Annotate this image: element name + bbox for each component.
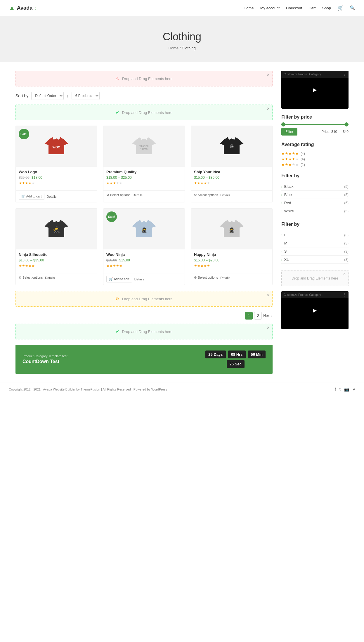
warning-icon: ⚠ <box>115 76 119 81</box>
sidebar-video-2[interactable]: Customize Product Category... ⋮ ▶ <box>281 291 349 329</box>
price-slider-track[interactable] <box>281 124 349 125</box>
price-filter-button[interactable]: Filter <box>281 128 297 136</box>
products-grid: Sale! WOO Woo Logo $20.00 $18.00 ★★★★★ 🛒 <box>15 126 273 285</box>
filter-item-red[interactable]: › Red (5) <box>281 199 349 207</box>
filters-row: Sort by Default Order ↓ 6 Products <box>15 92 273 100</box>
price-1: $18.00 <box>32 176 42 180</box>
drop-zone-1-close[interactable]: ✕ <box>267 73 270 77</box>
logo[interactable]: ▲ Avada: <box>9 4 36 12</box>
breadcrumb: Home / Clothing <box>6 46 358 50</box>
price-6: $15.00 – $20.00 <box>194 258 219 262</box>
facebook-icon[interactable]: f <box>335 387 336 392</box>
filter-item-l[interactable]: › L (3) <box>281 231 349 239</box>
price-slider-thumb-right[interactable] <box>344 122 349 126</box>
page-1-btn[interactable]: 1 <box>245 312 253 320</box>
stars-4: ★★★★★ <box>19 264 94 268</box>
product-price-6: $15.00 – $20.00 <box>194 258 269 262</box>
sort-select[interactable]: Default Order <box>31 92 64 100</box>
chevron-icon-s: › <box>281 250 282 253</box>
sidebar-drop-zone-close[interactable]: ✕ <box>343 272 346 276</box>
rating-row-3[interactable]: ★★★★★ (1) <box>281 162 349 167</box>
sort-arrow[interactable]: ↓ <box>67 94 69 98</box>
nav-home[interactable]: Home <box>244 6 254 10</box>
product-price-4: $18.00 – $35.00 <box>19 258 94 262</box>
filter-count-white: (5) <box>344 209 349 213</box>
details-btn-3[interactable]: Details <box>220 193 230 197</box>
product-img-woo-logo: Sale! WOO <box>16 126 97 167</box>
drop-zone-4-close[interactable]: ✕ <box>267 326 270 330</box>
filter-item-black[interactable]: › Black (5) <box>281 183 349 191</box>
chevron-icon-black: › <box>281 185 282 188</box>
product-card-woo-logo: Sale! WOO Woo Logo $20.00 $18.00 ★★★★★ 🛒 <box>15 126 97 202</box>
stars-1: ★★★★★ <box>19 181 94 185</box>
add-to-cart-btn-1[interactable]: 🛒 Add to cart <box>19 193 44 200</box>
sort-label: Sort by <box>15 93 28 98</box>
filter-count-l: (3) <box>344 233 349 237</box>
page-2-btn[interactable]: 2 <box>254 312 262 320</box>
countdown-title: CountDown Test <box>22 359 200 364</box>
price-4: $18.00 – $35.00 <box>19 258 44 262</box>
select-btn-2[interactable]: ⚙ Select options <box>106 193 130 197</box>
drop-zone-3-close[interactable]: ✕ <box>267 293 270 297</box>
cart-icon[interactable]: 🛒 <box>337 5 343 11</box>
chevron-icon-white: › <box>281 209 282 213</box>
twitter-icon[interactable]: t <box>339 387 341 392</box>
price-min: $10 <box>331 130 337 134</box>
drop-zone-2[interactable]: ✕ ✔ Drop and Drag Elements here <box>15 105 273 120</box>
add-to-cart-btn-5[interactable]: 🛒 Add to cart <box>106 276 132 282</box>
drop-zone-3[interactable]: ✕ ⚙ Drop and Drag Elements here <box>15 291 273 307</box>
filter-label-l: L <box>284 233 286 237</box>
svg-text:🥷: 🥷 <box>53 226 60 233</box>
instagram-icon[interactable]: 📷 <box>344 387 349 392</box>
svg-text:🥷: 🥷 <box>141 227 147 233</box>
product-name-3: Ship Your Idea <box>194 170 269 174</box>
product-name-2: Premium Quality <box>106 170 182 174</box>
nav-cart[interactable]: Cart <box>308 6 316 10</box>
details-btn-4[interactable]: Details <box>45 276 55 280</box>
nav-my-account[interactable]: My account <box>260 6 280 10</box>
select-btn-3[interactable]: ⚙ Select options <box>194 193 218 197</box>
chevron-right-icon: › <box>271 314 273 318</box>
select-btn-4[interactable]: ⚙ Select options <box>19 276 43 280</box>
filter-item-white[interactable]: › White (5) <box>281 207 349 215</box>
price-range-display: Price: $10 — $40 <box>321 130 349 134</box>
product-img-happy-ninja: 🥷 <box>191 209 272 249</box>
details-btn-2[interactable]: Details <box>133 193 143 197</box>
drop-zone-4[interactable]: ✕ ✔ Drop and Drag Elements here <box>15 324 273 339</box>
show-select[interactable]: 6 Products <box>72 92 100 100</box>
pinterest-icon[interactable]: P <box>353 387 355 392</box>
product-image-4: 🥷 <box>43 216 70 242</box>
sidebar-video-1[interactable]: Customize Product Category... ⋮ ▶ <box>281 71 349 109</box>
check-icon-2: ✔ <box>116 110 119 115</box>
filter-item-blue[interactable]: › Blue (5) <box>281 191 349 199</box>
nav-checkout[interactable]: Checkout <box>286 6 302 10</box>
product-card-ship-your-idea: ☠ Ship Your Idea $15.00 – $35.00 ★★★★★ ⚙… <box>191 126 273 202</box>
filter-item-m[interactable]: › M (3) <box>281 239 349 247</box>
details-btn-1[interactable]: Details <box>47 195 57 198</box>
stars-6: ★★★★★ <box>194 264 269 268</box>
size-filter-title: Filter by <box>281 222 349 227</box>
svg-text:☠: ☠ <box>230 143 234 149</box>
page-next-btn[interactable]: Next › <box>263 314 273 318</box>
drop-zone-2-close[interactable]: ✕ <box>267 107 270 111</box>
sidebar-drop-zone[interactable]: ✕ Drop and Drag Elements here <box>281 270 349 286</box>
filter-item-s[interactable]: › S (3) <box>281 247 349 256</box>
nav-shop[interactable]: Shop <box>322 6 331 10</box>
filter-item-xl[interactable]: › XL (3) <box>281 256 349 264</box>
rating-row-5[interactable]: ★★★★★ (4) <box>281 151 349 156</box>
details-btn-5[interactable]: Details <box>134 277 144 281</box>
footer-content: Copyright 2012 - 2021 | Avada Website Bu… <box>0 383 364 396</box>
price-slider-thumb-left[interactable] <box>281 122 285 126</box>
drop-zone-2-text: Drop and Drag Elements here <box>122 110 173 115</box>
pagination: 1 2 Next › <box>15 312 273 320</box>
breadcrumb-home[interactable]: Home <box>168 46 178 50</box>
play-button-2[interactable]: ▶ <box>309 304 321 316</box>
search-icon[interactable]: 🔍 <box>350 5 355 11</box>
rating-row-4[interactable]: ★★★★★ (4) <box>281 157 349 161</box>
footer-copyright: Copyright 2012 - 2021 | Avada Website Bu… <box>9 388 167 391</box>
details-btn-6[interactable]: Details <box>220 276 230 280</box>
product-name-1: Woo Logo <box>19 170 94 174</box>
drop-zone-1[interactable]: ✕ ⚠ Drop and Drag Elements here <box>15 71 273 86</box>
select-btn-6[interactable]: ⚙ Select options <box>194 276 218 280</box>
play-button-1[interactable]: ▶ <box>309 84 321 96</box>
